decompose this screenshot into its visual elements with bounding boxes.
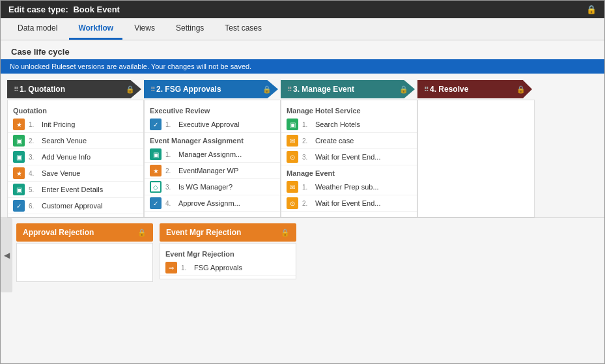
stage-resolve: ⠿ 4. Resolve 🔒 xyxy=(417,80,535,217)
task-num-4: 4. xyxy=(29,170,38,177)
task-label-create-case: Create case xyxy=(315,137,354,145)
stage-3-body: Manage Hotel Service ▣ 1. Search Hotels … xyxy=(281,100,417,217)
task-search-hotels[interactable]: ▣ 1. Search Hotels xyxy=(281,117,417,133)
task-ema-num: 2. xyxy=(165,167,175,175)
lock-icon: 🔒 xyxy=(586,5,597,14)
stage-3-num: 3. xyxy=(293,85,300,94)
task-num-2: 2. xyxy=(29,137,38,145)
task-icon-weather-prep: ✉ xyxy=(287,181,298,193)
stage-2-label: FSG Approvals xyxy=(165,85,221,94)
task-aa-num: 4. xyxy=(165,200,175,207)
task-ea-num: 1. xyxy=(165,121,175,128)
tab-settings[interactable]: Settings xyxy=(167,18,213,40)
task-icon-approve-assignm: ✓ xyxy=(150,197,162,209)
bottom-stages-row: Approval Rejection 🔒 Event Mgr Rejection… xyxy=(16,218,296,292)
grid-icon-3: ⠿ xyxy=(287,86,292,93)
task-icon-search-hotels: ▣ xyxy=(287,119,298,130)
task-label-approve-assignm: Approve Assignm... xyxy=(178,199,240,207)
task-cc-num: 2. xyxy=(302,137,311,145)
tab-views[interactable]: Views xyxy=(125,18,164,40)
task-num-1: 1. xyxy=(29,121,38,128)
task-label-fsg-approvals: FSG Approvals xyxy=(194,264,242,272)
task-label-add-venue-info: Add Venue Info xyxy=(42,153,91,161)
stage-manage-event: ⠿ 3. Manage Event 🔒 Manage Hotel Service… xyxy=(281,80,417,217)
task-executive-approval[interactable]: ✓ 1. Executive Approval xyxy=(145,117,280,133)
stage-quotation-header[interactable]: ⠿ 1. Quotation 🔒 xyxy=(7,80,141,98)
stage-event-mgr-rejection: Event Mgr Rejection 🔒 Event Mgr Rejectio… xyxy=(160,223,296,279)
tab-data-model[interactable]: Data model xyxy=(8,18,66,40)
task-label-wait-event-end-2: Wait for Event End... xyxy=(315,199,380,207)
task-save-venue[interactable]: ★ 4. Save Venue xyxy=(8,165,143,182)
stage-fsg-approvals: ⠿ 2. FSG Approvals 🔒 Executive Review ✓ … xyxy=(144,80,281,217)
task-icon-init-pricing: ★ xyxy=(13,119,25,130)
stage-3-label: Manage Event xyxy=(302,85,354,94)
task-icon-save-venue: ★ xyxy=(13,167,25,179)
task-create-case[interactable]: ✉ 2. Create case xyxy=(281,133,417,149)
task-label-enter-event-details: Enter Event Details xyxy=(42,186,103,193)
task-eventmanager-wp[interactable]: ★ 2. EventManager WP xyxy=(145,163,280,179)
stage-approval-rejection-header[interactable]: Approval Rejection 🔒 xyxy=(16,223,153,242)
stage-3-lock: 🔒 xyxy=(399,85,408,94)
tab-workflow[interactable]: Workflow xyxy=(69,18,122,40)
event-mgr-rejection-body: Event Mgr Rejection ⇒ 1. FSG Approvals xyxy=(160,243,296,279)
task-wg-num: 3. xyxy=(165,184,175,191)
task-label-weather-prep: Weather Prep sub... xyxy=(315,183,379,191)
stage-event-mgr-rejection-header[interactable]: Event Mgr Rejection 🔒 xyxy=(160,223,296,242)
task-icon-create-case: ✉ xyxy=(287,135,298,147)
main-window: Edit case type: Book Event 🔒 Data model … xyxy=(0,0,605,364)
task-label-save-venue: Save Venue xyxy=(42,169,80,177)
stages-row: ⠿ 1. Quotation 🔒 Quotation ★ 1. Init Pri… xyxy=(1,74,604,217)
task-init-pricing[interactable]: ★ 1. Init Pricing xyxy=(8,117,143,133)
task-label-customer-approval: Customer Approval xyxy=(42,202,103,210)
task-is-wg-manager[interactable]: ◇ 3. Is WG Manager? xyxy=(145,179,280,195)
task-wait-event-end-2[interactable]: ⊙ 2. Wait for Event End... xyxy=(281,195,417,212)
stage-resolve-header[interactable]: ⠿ 4. Resolve 🔒 xyxy=(417,80,532,98)
stage-2-body: Executive Review ✓ 1. Executive Approval… xyxy=(144,100,281,217)
task-enter-event-details[interactable]: ▣ 5. Enter Event Details xyxy=(8,182,143,198)
warning-bar: No unlocked Ruleset versions are availab… xyxy=(1,59,604,74)
scroll-left-button[interactable]: ◀ xyxy=(1,218,12,292)
stage-1-label: Quotation xyxy=(28,85,65,94)
event-mgr-rejection-section-label: Event Mgr Rejection xyxy=(160,246,296,260)
task-label-search-venue: Search Venue xyxy=(42,137,87,145)
task-ma-num: 1. xyxy=(165,151,175,158)
approval-rejection-body xyxy=(16,243,153,282)
task-label-wait-event-end-1: Wait for Event End... xyxy=(315,153,380,161)
task-wait-event-end-1[interactable]: ⊙ 3. Wait for Event End... xyxy=(281,149,417,165)
task-icon-wait-event-end-2: ⊙ xyxy=(287,197,298,209)
window-title: Edit case type: Book Event xyxy=(8,5,120,14)
task-manager-assignm[interactable]: ▣ 1. Manager Assignm... xyxy=(145,147,280,163)
grid-icon-4: ⠿ xyxy=(424,86,429,93)
manage-event-sub-label: Manage Event xyxy=(281,165,417,179)
content-area: Case life cycle No unlocked Ruleset vers… xyxy=(1,40,604,363)
stage-approval-rejection: Approval Rejection 🔒 xyxy=(16,223,153,282)
task-icon-executive-approval: ✓ xyxy=(150,119,162,130)
task-search-venue[interactable]: ▣ 2. Search Venue xyxy=(8,133,143,149)
task-icon-customer-approval: ✓ xyxy=(13,200,25,212)
stage-1-lock: 🔒 xyxy=(126,85,135,94)
stage-1-body: Quotation ★ 1. Init Pricing ▣ 2. Search … xyxy=(7,100,144,217)
stage-manage-event-header[interactable]: ⠿ 3. Manage Event 🔒 xyxy=(281,80,415,98)
task-wee1-num: 3. xyxy=(302,154,311,161)
task-fsg-approvals[interactable]: ⇒ 1. FSG Approvals xyxy=(160,260,296,276)
approval-rejection-label: Approval Rejection xyxy=(23,228,94,237)
task-add-venue-info[interactable]: ▣ 3. Add Venue Info xyxy=(8,149,143,165)
task-icon-enter-event-details: ▣ xyxy=(13,184,25,195)
task-weather-prep[interactable]: ✉ 1. Weather Prep sub... xyxy=(281,179,417,195)
executive-review-label: Executive Review xyxy=(145,103,280,117)
stage-fsg-approvals-header[interactable]: ⠿ 2. FSG Approvals 🔒 xyxy=(144,80,278,98)
task-icon-fsg-approvals: ⇒ xyxy=(165,262,177,273)
task-icon-wait-event-end-1: ⊙ xyxy=(287,151,298,163)
task-num-3: 3. xyxy=(29,154,38,161)
task-customer-approval[interactable]: ✓ 6. Customer Approval xyxy=(8,198,143,214)
task-label-executive-approval: Executive Approval xyxy=(178,120,240,128)
event-manager-assignment-label: Event Manager Assignment xyxy=(145,133,280,147)
task-icon-eventmanager-wp: ★ xyxy=(150,165,162,176)
task-approve-assignm[interactable]: ✓ 4. Approve Assignm... xyxy=(145,195,280,212)
tab-test-cases[interactable]: Test cases xyxy=(216,18,271,40)
title-value: Book Event xyxy=(73,5,120,14)
quotation-section-label: Quotation xyxy=(8,103,143,117)
title-prefix: Edit case type: xyxy=(8,5,68,14)
stage-2-lock: 🔒 xyxy=(262,85,272,94)
task-label-is-wg-manager: Is WG Manager? xyxy=(178,183,232,191)
